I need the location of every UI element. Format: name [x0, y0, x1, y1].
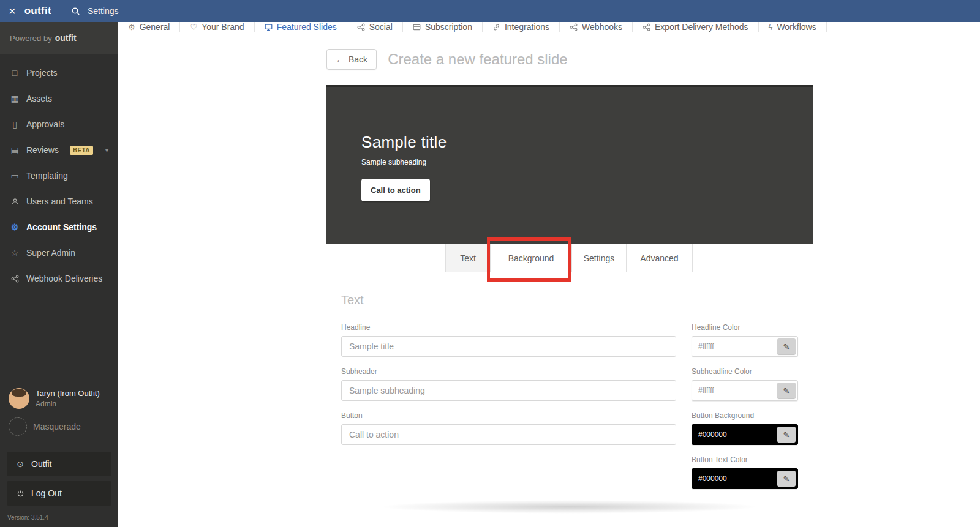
clipboard-icon: ▯ [10, 119, 20, 129]
powered-by-text: Powered by [10, 34, 52, 43]
headline-color-field: Headline Color ✎ [692, 323, 798, 357]
button-input[interactable] [341, 424, 676, 445]
tab-featured-slides[interactable]: Featured Slides [255, 22, 347, 32]
subheadline-color-input[interactable] [692, 386, 775, 395]
preview-title: Sample title [361, 133, 813, 152]
back-button-label: Back [349, 54, 368, 64]
subheadline-color-label: Subheadline Color [692, 367, 798, 376]
sidebar-item-approvals[interactable]: ▯ Approvals [0, 111, 118, 137]
sidebar-item-label: Account Settings [26, 222, 97, 232]
lightning-icon: ϟ [769, 23, 773, 32]
gear-icon: ⚙ [10, 222, 20, 232]
main-content: ⚙ General ♡ Your Brand Featured Slides S… [118, 22, 980, 527]
editor-tab-background[interactable]: Background [490, 244, 571, 272]
content-shadow [380, 500, 760, 514]
star-icon: ☆ [10, 248, 20, 258]
editor-tab-text[interactable]: Text [445, 244, 490, 272]
button-background-label: Button Background [692, 411, 798, 420]
tab-webhooks[interactable]: Webhooks [560, 22, 633, 32]
pencil-icon: ✎ [783, 342, 790, 351]
button-text-color-input-wrap: ✎ [692, 468, 798, 489]
sidebar-item-reviews[interactable]: ▤ Reviews BETA ▾ [0, 137, 118, 163]
topbar: × outfit Settings [0, 0, 980, 22]
subheadline-color-input-wrap: ✎ [692, 380, 798, 401]
tab-label: Subscription [425, 22, 472, 32]
tab-workflows[interactable]: ϟ Workflows [759, 22, 827, 32]
logout-button-label: Log Out [31, 488, 62, 498]
sidebar: Powered by outfit □ Projects ▦ Assets ▯ … [0, 22, 118, 527]
outfit-icon: ⊙ [15, 459, 25, 469]
button-text-color-edit-button[interactable]: ✎ [777, 471, 796, 487]
editor-tabs: Text Background Settings Advanced [326, 244, 813, 272]
image-icon: ▦ [10, 94, 20, 103]
tab-integrations[interactable]: Integrations [483, 22, 560, 32]
button-text-color-field: Button Text Color ✎ [692, 455, 798, 489]
sidebar-item-super-admin[interactable]: ☆ Super Admin [0, 240, 118, 266]
editor-tab-settings[interactable]: Settings [571, 244, 626, 272]
sidebar-item-label: Templating [26, 171, 68, 181]
tab-label: Integrations [505, 22, 549, 32]
sidebar-item-label: Approvals [26, 119, 64, 129]
folder-icon: □ [10, 68, 20, 78]
sidebar-item-label: Reviews [26, 145, 59, 155]
sidebar-item-users-and-teams[interactable]: Users and Teams [0, 189, 118, 214]
button-field: Button [341, 411, 676, 445]
headline-input[interactable] [341, 336, 676, 357]
subheadline-color-edit-button[interactable]: ✎ [777, 383, 796, 398]
headline-color-input-wrap: ✎ [692, 336, 798, 357]
topbar-title: Settings [88, 6, 119, 16]
sidebar-item-assets[interactable]: ▦ Assets [0, 86, 118, 111]
masquerade-button[interactable]: Masquerade [0, 417, 118, 436]
outfit-button[interactable]: ⊙ Outfit [7, 452, 111, 476]
headline-color-edit-button[interactable]: ✎ [777, 338, 796, 354]
button-text-color-label: Button Text Color [692, 455, 798, 464]
tab-export-delivery-methods[interactable]: Export Delivery Methods [633, 22, 759, 32]
button-label: Button [341, 411, 676, 420]
tab-label: Workflows [777, 22, 816, 32]
share-icon [10, 275, 20, 283]
search-icon[interactable] [64, 7, 88, 16]
sidebar-item-label: Super Admin [26, 248, 75, 258]
avatar [9, 388, 29, 409]
logout-button[interactable]: Log Out [7, 481, 111, 506]
sidebar-bottom: Taryn (from Outfit) Admin Masquerade ⊙ O… [0, 388, 118, 527]
powered-by: Powered by outfit [0, 22, 118, 54]
sidebar-item-label: Users and Teams [26, 196, 93, 206]
sidebar-item-templating[interactable]: ▭ Templating [0, 163, 118, 189]
close-icon[interactable]: × [0, 5, 24, 17]
user-profile[interactable]: Taryn (from Outfit) Admin [0, 388, 118, 409]
pencil-icon: ✎ [783, 430, 790, 439]
section-title: Text [341, 293, 798, 307]
subheader-input[interactable] [341, 380, 676, 401]
card-icon [413, 23, 421, 31]
chevron-down-icon[interactable]: ▾ [105, 147, 108, 154]
tab-your-brand[interactable]: ♡ Your Brand [180, 22, 254, 32]
button-background-edit-button[interactable]: ✎ [777, 427, 796, 443]
sidebar-item-projects[interactable]: □ Projects [0, 60, 118, 86]
preview-subheading: Sample subheading [361, 158, 813, 166]
outfit-button-label: Outfit [31, 459, 51, 469]
subheader-field: Subheader [341, 367, 676, 401]
gear-icon: ⚙ [128, 23, 135, 32]
tab-general[interactable]: ⚙ General [118, 22, 180, 32]
sidebar-item-webhook-deliveries[interactable]: Webhook Deliveries [0, 266, 118, 291]
tab-label: Webhooks [582, 22, 622, 32]
sidebar-item-label: Assets [26, 94, 52, 103]
tab-subscription[interactable]: Subscription [403, 22, 483, 32]
back-arrow-icon: ← [336, 54, 344, 64]
slide-preview: Sample title Sample subheading Call to a… [326, 85, 813, 244]
back-button[interactable]: ← Back [326, 49, 377, 70]
tab-social[interactable]: Social [347, 22, 403, 32]
button-background-input[interactable] [692, 430, 775, 439]
sidebar-item-account-settings[interactable]: ⚙ Account Settings [0, 214, 118, 240]
editor-tab-advanced[interactable]: Advanced [626, 244, 693, 272]
button-text-color-input[interactable] [692, 474, 775, 483]
tab-label: Social [369, 22, 393, 32]
page-title: Create a new featured slide [388, 51, 568, 68]
sidebar-item-label: Webhook Deliveries [26, 274, 102, 283]
settings-tabs: ⚙ General ♡ Your Brand Featured Slides S… [118, 22, 980, 32]
masquerade-label: Masquerade [33, 422, 81, 432]
headline-color-input[interactable] [692, 342, 775, 351]
heart-icon: ♡ [190, 23, 197, 32]
preview-cta-button[interactable]: Call to action [361, 179, 430, 201]
